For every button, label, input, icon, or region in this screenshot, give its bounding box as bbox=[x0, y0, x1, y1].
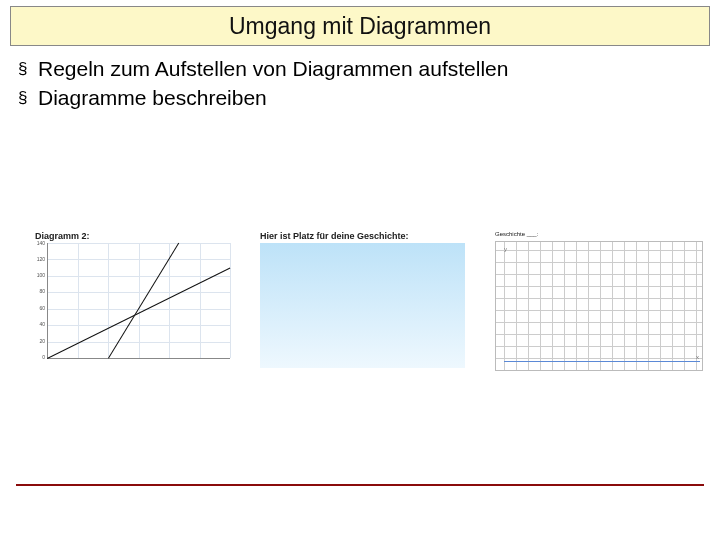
chart-plot-area: 0 20 40 60 80 100 120 140 bbox=[35, 243, 230, 368]
y-tick: 20 bbox=[35, 338, 45, 344]
list-item: § Regeln zum Aufstellen von Diagrammen a… bbox=[18, 56, 710, 82]
figure-line-chart: Diagramm 2: bbox=[35, 231, 230, 386]
bullet-icon: § bbox=[18, 56, 32, 82]
bullet-icon: § bbox=[18, 85, 32, 111]
figure-caption: Hier ist Platz für deine Geschichte: bbox=[260, 231, 465, 241]
list-item: § Diagramme beschreiben bbox=[18, 85, 710, 111]
y-tick: 140 bbox=[35, 240, 45, 246]
bullet-text: Regeln zum Aufstellen von Diagrammen auf… bbox=[32, 56, 508, 82]
axis-x-line bbox=[504, 361, 700, 362]
y-tick: 60 bbox=[35, 305, 45, 311]
slide: Umgang mit Diagrammen § Regeln zum Aufst… bbox=[0, 6, 720, 540]
axis-label-x: x bbox=[696, 354, 699, 360]
y-tick: 0 bbox=[35, 354, 45, 360]
y-tick: 100 bbox=[35, 272, 45, 278]
slide-title: Umgang mit Diagrammen bbox=[10, 6, 710, 46]
blank-grid-area: y x bbox=[495, 241, 703, 371]
bullet-text: Diagramme beschreiben bbox=[32, 85, 267, 111]
figure-caption: Diagramm 2: bbox=[35, 231, 230, 241]
story-writing-area bbox=[260, 243, 465, 368]
axis-label-y: y bbox=[504, 246, 507, 252]
figure-row: Diagramm 2: bbox=[35, 231, 700, 386]
figure-blank-grid: Geschichte ___: bbox=[495, 231, 703, 386]
bullet-list: § Regeln zum Aufstellen von Diagrammen a… bbox=[18, 56, 710, 111]
figure-story-box: Hier ist Platz für deine Geschichte: bbox=[260, 231, 465, 386]
y-tick: 80 bbox=[35, 288, 45, 294]
y-tick: 40 bbox=[35, 321, 45, 327]
footer-divider bbox=[16, 484, 704, 486]
y-tick: 120 bbox=[35, 256, 45, 262]
figure-caption: Geschichte ___: bbox=[495, 231, 703, 237]
